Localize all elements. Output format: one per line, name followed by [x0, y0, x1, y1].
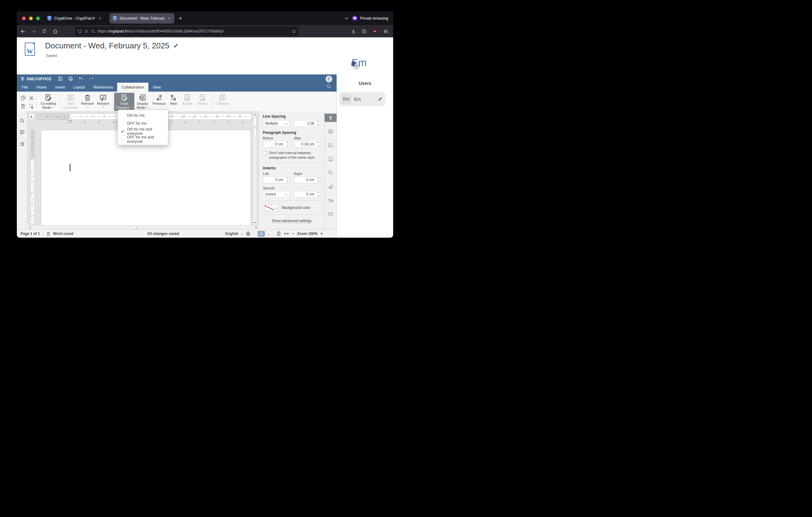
- previous-button[interactable]: Previous: [151, 93, 167, 111]
- scroll-down-arrow[interactable]: [253, 221, 257, 225]
- maximize-window-button[interactable]: [36, 17, 40, 20]
- indent-right-stepper[interactable]: 0 cm: [294, 176, 321, 183]
- vertical-scroll-thumb[interactable]: [253, 117, 256, 137]
- text-art-settings-button[interactable]: Ta: [325, 196, 337, 205]
- editor-tab-insert[interactable]: Insert: [51, 83, 69, 91]
- paragraph-settings-button[interactable]: ¶: [325, 114, 337, 122]
- zoom-out-button[interactable]: −: [292, 231, 294, 237]
- forward-button[interactable]: [29, 27, 38, 35]
- stepper-arrows[interactable]: [287, 142, 288, 146]
- close-tab-icon[interactable]: [167, 16, 172, 21]
- menu-item-off-for-me[interactable]: OFF for me: [118, 119, 168, 128]
- user-menu-avatar[interactable]: Em: [351, 57, 367, 69]
- navigation-headings-icon[interactable]: [19, 141, 25, 147]
- line-spacing-amount-stepper[interactable]: 1.08: [294, 120, 321, 127]
- resolve-button[interactable]: Resolve: [95, 93, 111, 111]
- browser-tab-document[interactable]: Document - Wed, February 5, 2: [110, 13, 174, 24]
- table-settings-button[interactable]: [325, 128, 337, 136]
- browser-tab-cryptdrive[interactable]: CryptDrive - CryptPad.fr: [44, 13, 105, 24]
- zoom-in-button[interactable]: +: [320, 231, 323, 237]
- indent-left-stepper[interactable]: 0 cm: [263, 176, 290, 183]
- url-text[interactable]: https://cryptpad.fr/doc/#/3/doc/edit/ff0…: [97, 29, 292, 33]
- mail-merge-settings-button[interactable]: [325, 210, 337, 218]
- new-tab-button[interactable]: +: [174, 15, 186, 22]
- remove-button[interactable]: Remove: [80, 93, 95, 111]
- comments-panel-icon[interactable]: [19, 130, 25, 135]
- menu-item-on-for-me[interactable]: ON for me: [118, 111, 168, 119]
- url-bar[interactable]: https://cryptpad.fr/doc/#/3/doc/edit/ff0…: [75, 27, 299, 36]
- editor-tab-layout[interactable]: Layout: [69, 83, 89, 91]
- hanging-indent-marker[interactable]: [68, 117, 72, 120]
- track-changes-button[interactable]: TrackChanges: [114, 93, 134, 111]
- header-footer-settings-button[interactable]: [325, 155, 337, 163]
- zoom-level[interactable]: Zoom 100%: [297, 232, 318, 236]
- editor-tab-collaboration[interactable]: Collaboration: [117, 83, 148, 91]
- vertical-ruler[interactable]: 21123456: [31, 130, 35, 225]
- print-icon[interactable]: [68, 76, 74, 81]
- page-indicator[interactable]: Page 1 of 1: [21, 232, 40, 236]
- scroll-up-arrow[interactable]: [253, 112, 257, 116]
- shape-settings-button[interactable]: [325, 169, 337, 177]
- stepper-arrows[interactable]: [318, 178, 319, 182]
- interval-checkbox[interactable]: [263, 151, 267, 155]
- reload-button[interactable]: [40, 27, 49, 35]
- vertical-scrollbar[interactable]: [253, 112, 257, 225]
- tab-stop-selector[interactable]: L: [29, 113, 35, 120]
- next-button[interactable]: Next: [167, 93, 180, 111]
- menu-item-on-for-me-and-everyone[interactable]: ON for me and everyone: [118, 128, 168, 135]
- close-tab-icon[interactable]: [97, 16, 103, 21]
- tracking-protection-shield-icon[interactable]: [78, 29, 82, 34]
- spacing-before-stepper[interactable]: 0 cm: [263, 141, 290, 147]
- find-search-icon[interactable]: [19, 118, 25, 124]
- editor-user-avatar[interactable]: E: [325, 76, 332, 82]
- special-amount-stepper[interactable]: 0 cm: [294, 191, 321, 197]
- language-selector[interactable]: English: [225, 232, 238, 236]
- home-button[interactable]: [51, 27, 60, 35]
- first-line-indent-marker[interactable]: [68, 113, 72, 116]
- stepper-arrows[interactable]: [318, 121, 319, 125]
- save-icon[interactable]: [58, 76, 63, 81]
- stepper-arrows[interactable]: [287, 178, 288, 182]
- menu-hamburger-icon[interactable]: [381, 27, 390, 35]
- permissions-icon[interactable]: [91, 29, 95, 34]
- track-changes-status-icon[interactable]: [258, 231, 265, 237]
- word-count-button[interactable]: Word count: [53, 232, 73, 236]
- extensions-puzzle-icon[interactable]: [359, 27, 369, 35]
- paste-icon[interactable]: [19, 102, 27, 110]
- close-window-button[interactable]: [22, 17, 26, 20]
- cut-icon[interactable]: [28, 94, 35, 101]
- scroll-right-arrow[interactable]: [254, 225, 258, 229]
- connection-lock-icon[interactable]: [84, 29, 88, 33]
- edit-name-pencil-icon[interactable]: [378, 97, 382, 101]
- chart-settings-button[interactable]: [325, 183, 337, 191]
- background-color-picker[interactable]: [263, 204, 279, 211]
- rename-pencil-icon[interactable]: [173, 43, 178, 48]
- back-button[interactable]: [18, 27, 28, 35]
- redo-icon[interactable]: [89, 76, 94, 81]
- editor-tab-view[interactable]: View: [148, 83, 165, 91]
- menu-item-off-for-me-and-everyone[interactable]: OFF for me and everyone: [118, 135, 168, 143]
- special-indent-select[interactable]: (none): [263, 191, 289, 197]
- stepper-arrows[interactable]: [318, 192, 319, 196]
- stepper-arrows[interactable]: [318, 142, 319, 146]
- horizontal-scrollbar[interactable]: [27, 225, 259, 229]
- editor-tab-file[interactable]: File: [18, 83, 32, 91]
- bookmark-star-icon[interactable]: [292, 29, 296, 34]
- fit-width-icon[interactable]: [284, 231, 289, 236]
- copy-icon[interactable]: [19, 94, 27, 101]
- undo-icon[interactable]: [78, 76, 84, 81]
- list-tabs-icon[interactable]: [344, 16, 349, 21]
- display-mode-button[interactable]: DisplayMode: [134, 93, 151, 111]
- downloads-icon[interactable]: [349, 27, 358, 35]
- editor-tab-home[interactable]: Home: [32, 83, 51, 91]
- minimize-window-button[interactable]: [29, 17, 33, 20]
- image-settings-button[interactable]: [325, 141, 337, 149]
- ublock-origin-icon[interactable]: uO: [370, 27, 379, 35]
- left-indent-marker[interactable]: [68, 120, 72, 123]
- line-spacing-select[interactable]: Multiple: [263, 120, 289, 127]
- co-editing-mode-button[interactable]: Co-editingMode: [38, 93, 58, 111]
- document-title[interactable]: Document - Wed, February 5, 2025: [45, 41, 178, 51]
- spacing-after-stepper[interactable]: 0.28 cm: [294, 141, 321, 147]
- spellcheck-globe-icon[interactable]: [246, 231, 251, 236]
- show-advanced-settings-link[interactable]: Show advanced settings: [272, 219, 312, 223]
